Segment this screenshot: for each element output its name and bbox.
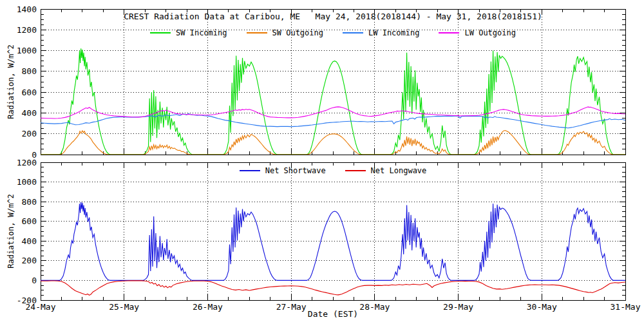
y-axis-label-top: Radiation, W/m^2 — [6, 44, 15, 119]
legend-bottom: Net Shortwave Net Longwave — [41, 166, 625, 175]
y-tick-label: 400 — [22, 236, 37, 246]
panel-net-radiation: -20002004006008001000120024-May25-May26-… — [17, 158, 641, 312]
legend-swatch-lw-outgoing — [439, 32, 459, 33]
legend-item-sw-incoming: SW Incoming — [150, 28, 227, 37]
y-tick-label: 400 — [22, 108, 37, 118]
y-tick-label: 1200 — [17, 25, 37, 35]
panel-frame — [41, 162, 625, 300]
legend-item-lw-incoming: LW Incoming — [343, 28, 419, 37]
y-tick-label: 600 — [22, 88, 37, 97]
legend-item-sw-outgoing: SW Outgoing — [247, 28, 323, 37]
radiation-chart-page: 0200400600800100012001400-20002004006008… — [0, 0, 644, 322]
x-axis-label: Date (EST) — [41, 309, 625, 319]
y-tick-label: 800 — [22, 197, 37, 207]
y-axis-label-bottom: Radiation, W/m^2 — [6, 194, 15, 269]
y-tick-label: 1000 — [17, 46, 37, 55]
y-tick-label: 800 — [22, 66, 37, 76]
series-sw-incoming — [41, 48, 625, 155]
legend-top: SW Incoming SW Outgoing LW Incoming LW O… — [41, 28, 625, 37]
y-tick-label: 1000 — [17, 177, 37, 187]
chart-canvas: 0200400600800100012001400-20002004006008… — [0, 0, 644, 322]
legend-label-lw-outgoing: LW Outgoing — [464, 28, 515, 37]
legend-item-net-longwave: Net Longwave — [345, 166, 427, 175]
panel-radiation-components: 0200400600800100012001400 — [17, 5, 625, 160]
y-tick-label: 200 — [22, 256, 37, 265]
legend-label-sw-incoming: SW Incoming — [176, 28, 227, 37]
legend-swatch-sw-incoming — [150, 32, 171, 33]
legend-swatch-lw-incoming — [343, 32, 363, 33]
legend-label-lw-incoming: LW Incoming — [368, 28, 419, 37]
legend-swatch-net-longwave — [345, 170, 366, 171]
y-tick-label: 0 — [32, 276, 37, 285]
y-tick-label: 1200 — [17, 158, 37, 167]
legend-label-sw-outgoing: SW Outgoing — [272, 28, 323, 37]
y-tick-label: 200 — [22, 129, 37, 138]
legend-swatch-sw-outgoing — [247, 32, 267, 33]
y-tick-label: 1400 — [17, 5, 37, 14]
legend-label-net-shortwave: Net Shortwave — [265, 166, 326, 175]
legend-item-net-shortwave: Net Shortwave — [240, 166, 326, 175]
y-tick-label: 600 — [22, 216, 37, 226]
chart-title: CREST Radiation Data at Caribou, ME May … — [41, 12, 625, 21]
legend-item-lw-outgoing: LW Outgoing — [439, 28, 515, 37]
series-net-longwave — [41, 281, 625, 296]
legend-swatch-net-shortwave — [240, 170, 260, 171]
legend-label-net-longwave: Net Longwave — [371, 166, 427, 175]
